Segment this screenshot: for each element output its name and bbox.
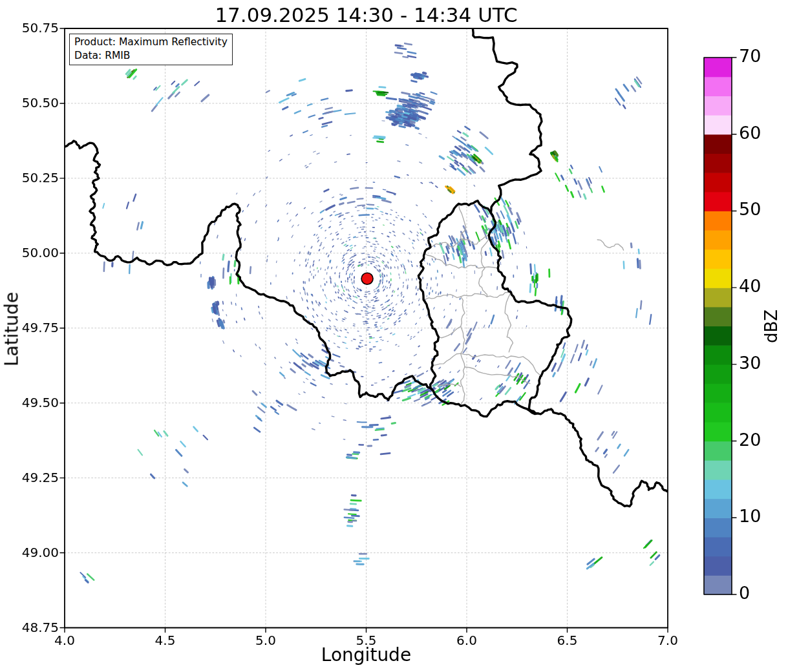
radar-figure: 17.09.2025 14:30 - 14:34 UTC Product: Ma… <box>0 0 788 672</box>
radar-map-canvas <box>0 0 788 672</box>
y-tick-label: 49.25 <box>0 470 59 485</box>
colorbar-tick-label: 50 <box>739 199 784 219</box>
x-tick-label: 7.0 <box>645 633 690 648</box>
y-tick-label: 50.50 <box>0 95 59 110</box>
y-tick-label: 48.75 <box>0 620 59 635</box>
x-tick-label: 6.0 <box>444 633 489 648</box>
colorbar-tick-label: 10 <box>739 506 784 526</box>
product-line: Product: Maximum Reflectivity <box>74 36 228 49</box>
x-tick-label: 5.5 <box>344 633 389 648</box>
y-tick-label: 50.00 <box>0 245 59 260</box>
y-tick-label: 49.75 <box>0 320 59 335</box>
colorbar-tick-label: 20 <box>739 430 784 450</box>
x-tick-label: 5.0 <box>243 633 288 648</box>
colorbar-tick-label: 60 <box>739 123 784 143</box>
product-info-box: Product: Maximum Reflectivity Data: RMIB <box>69 34 233 65</box>
x-tick-label: 4.0 <box>42 633 87 648</box>
chart-title: 17.09.2025 14:30 - 14:34 UTC <box>65 3 668 26</box>
colorbar-tick-label: 70 <box>739 46 784 66</box>
colorbar-label: dBZ <box>761 297 781 355</box>
y-tick-label: 49.00 <box>0 545 59 560</box>
colorbar-tick-label: 0 <box>739 583 784 603</box>
colorbar-tick-label: 40 <box>739 276 784 296</box>
y-tick-label: 49.50 <box>0 395 59 410</box>
y-tick-label: 50.25 <box>0 170 59 185</box>
x-tick-label: 4.5 <box>143 633 188 648</box>
data-source-line: Data: RMIB <box>74 49 228 63</box>
y-tick-label: 50.75 <box>0 20 59 36</box>
x-tick-label: 6.5 <box>545 633 590 648</box>
colorbar-tick-label: 30 <box>739 353 784 373</box>
